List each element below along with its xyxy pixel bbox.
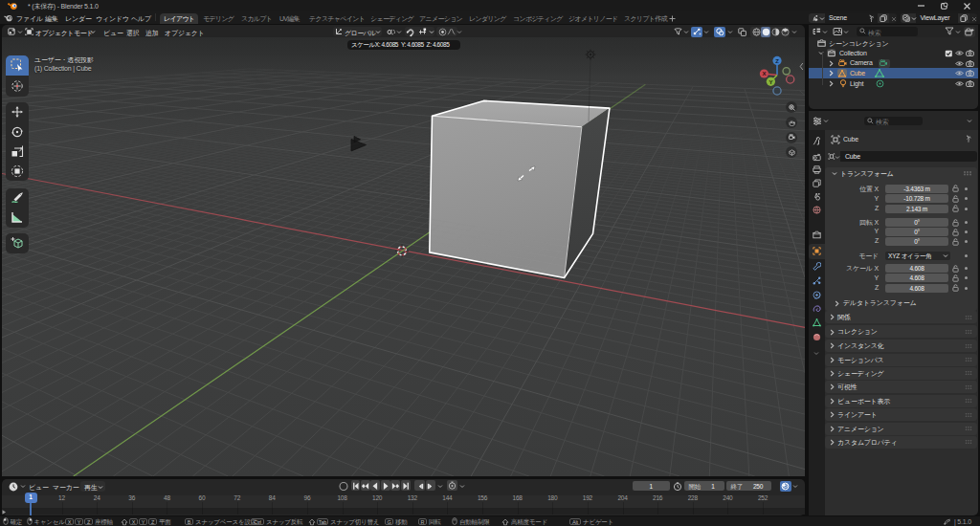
svg-text:X: X (762, 71, 766, 77)
svg-text:Z: Z (775, 58, 779, 64)
svg-text:Y: Y (768, 79, 772, 85)
